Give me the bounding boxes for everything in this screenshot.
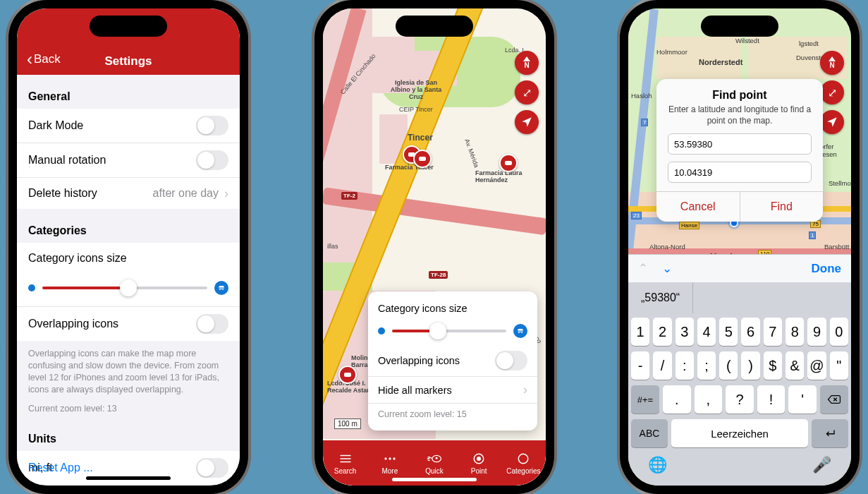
row-overlapping-icons[interactable]: Overlapping icons	[17, 306, 240, 341]
back-label: Back	[34, 52, 61, 66]
town-label: Stellmo	[829, 179, 851, 187]
route-shield: 1	[809, 231, 816, 239]
popover-overlapping-row[interactable]: Overlapping icons	[368, 345, 537, 376]
home-indicator	[392, 478, 477, 481]
alert-find-button[interactable]: Find	[740, 192, 824, 222]
manual-rotation-toggle[interactable]	[196, 150, 228, 170]
key-exclaim[interactable]: !	[757, 385, 786, 414]
list-categories: Category icons size Overlapping icons	[17, 243, 240, 341]
popover-icon-size-slider[interactable]	[368, 320, 537, 345]
key-0[interactable]: 0	[830, 318, 848, 346]
key-amp[interactable]: &	[786, 351, 804, 380]
svg-point-12	[477, 457, 481, 461]
mic-icon[interactable]: 🎤	[812, 456, 831, 474]
key-dollar[interactable]: $	[764, 351, 782, 380]
next-field-arrow-icon[interactable]: ⌄	[662, 261, 672, 276]
poi-marker[interactable]	[413, 150, 432, 168]
key-slash[interactable]: /	[653, 351, 671, 380]
map-view[interactable]: TF-2 TF-28 Lcda. L Calle El Cinchado Igl…	[323, 8, 546, 486]
town-label: Barsbütt	[824, 243, 849, 251]
key-symbols[interactable]: #+=	[631, 385, 659, 414]
key-question[interactable]: ?	[726, 385, 754, 414]
reset-app-link[interactable]: Reset App ...	[28, 462, 93, 474]
key-return[interactable]	[812, 419, 848, 447]
town-label: lgstedt	[799, 40, 819, 47]
key-abc[interactable]: ABC	[631, 419, 668, 447]
slider-track[interactable]	[42, 287, 207, 289]
key-apostrophe[interactable]: '	[788, 385, 817, 414]
key-9[interactable]: 9	[807, 318, 826, 346]
locate-button[interactable]	[515, 110, 539, 134]
key-comma[interactable]: ,	[695, 385, 723, 414]
alert-cancel-button[interactable]: Cancel	[656, 192, 740, 222]
dark-mode-toggle[interactable]	[196, 116, 228, 135]
row-dark-mode[interactable]: Dark Mode	[17, 109, 240, 143]
compass-button[interactable]: N	[515, 51, 539, 75]
section-categories: Categories	[17, 209, 240, 243]
key-5[interactable]: 5	[719, 318, 738, 346]
key-colon[interactable]: :	[676, 351, 694, 380]
popover-slider-thumb[interactable]	[429, 323, 446, 339]
map-label: Iglesia de San Albino y la Santa Cruz	[388, 79, 444, 100]
overlapping-label: Overlapping icons	[28, 318, 118, 330]
row-delete-history[interactable]: Delete history after one day ›	[17, 178, 240, 209]
phone-mockup-settings: ‹ Back Settings General Dark Mode Manual…	[8, 0, 248, 494]
popover-slider-track[interactable]	[392, 330, 506, 332]
town-label: Altona-Nord	[649, 243, 685, 251]
key-period[interactable]: .	[663, 385, 691, 414]
key-1[interactable]: 1	[631, 318, 649, 346]
row-manual-rotation[interactable]: Manual rotation	[17, 143, 240, 178]
key-7[interactable]: 7	[764, 318, 782, 346]
suggestion-1[interactable]: „59380“	[628, 282, 693, 313]
popover-overlap-toggle[interactable]	[495, 351, 527, 370]
slider-thumb[interactable]	[120, 279, 137, 296]
key-minus[interactable]: -	[631, 351, 649, 380]
key-quote[interactable]: "	[830, 351, 848, 380]
compass-n-label: N	[524, 61, 529, 69]
expand-icon: ⤢	[828, 86, 837, 100]
key-lparen[interactable]: (	[719, 351, 738, 380]
alert-message: Enter a latitude and longitude to find a…	[668, 104, 812, 126]
key-backspace[interactable]	[820, 385, 848, 414]
key-semicolon[interactable]: ;	[697, 351, 716, 380]
locate-button[interactable]	[820, 110, 844, 134]
compass-arrow-icon	[829, 56, 836, 61]
town-label: Wilstedt	[735, 37, 759, 44]
key-space[interactable]: Leerzeichen	[671, 419, 808, 447]
key-6[interactable]: 6	[741, 318, 759, 346]
tab-search[interactable]: Search	[323, 440, 367, 486]
alert-buttons: Cancel Find	[656, 191, 823, 222]
key-2[interactable]: 2	[653, 318, 671, 346]
key-8[interactable]: 8	[786, 318, 804, 346]
svg-point-4	[389, 457, 391, 459]
numeric-keyboard: 1 2 3 4 5 6 7 8 9 0 - / : ; ( ) $ & @	[628, 313, 851, 486]
compass-n-label: N	[829, 61, 834, 69]
home-indicator	[86, 476, 171, 480]
tab-categories[interactable]: Categories	[501, 440, 546, 486]
icon-size-slider[interactable]	[17, 274, 240, 306]
units-toggle[interactable]	[196, 458, 228, 478]
keyboard-done-button[interactable]: Done	[812, 262, 842, 276]
route-shield: Hanse	[679, 222, 699, 229]
compass-button[interactable]: N	[820, 51, 844, 75]
poi-marker[interactable]	[338, 366, 357, 384]
globe-icon[interactable]: 🌐	[648, 456, 667, 474]
popover-hide-markers-row[interactable]: Hide all markers ›	[368, 376, 537, 403]
section-general: General	[17, 75, 240, 109]
latitude-input[interactable]	[668, 133, 812, 155]
fullscreen-button[interactable]: ⤢	[820, 80, 844, 104]
overlapping-toggle[interactable]	[196, 314, 228, 334]
quick-icon	[427, 451, 442, 466]
key-4[interactable]: 4	[697, 318, 716, 346]
key-3[interactable]: 3	[676, 318, 694, 346]
poi-marker[interactable]	[499, 154, 518, 172]
key-at[interactable]: @	[807, 351, 826, 380]
row-icon-size-label: Category icons size	[17, 243, 240, 274]
delete-history-value: after one day	[153, 187, 219, 200]
popover-current-zoom: Current zoom level: 15	[368, 403, 537, 425]
back-button[interactable]: ‹ Back	[27, 51, 61, 68]
longitude-input[interactable]	[668, 162, 812, 183]
fullscreen-button[interactable]: ⤢	[515, 80, 539, 104]
key-rparen[interactable]: )	[741, 351, 759, 380]
prev-field-arrow-icon[interactable]: ⌃	[638, 261, 648, 276]
